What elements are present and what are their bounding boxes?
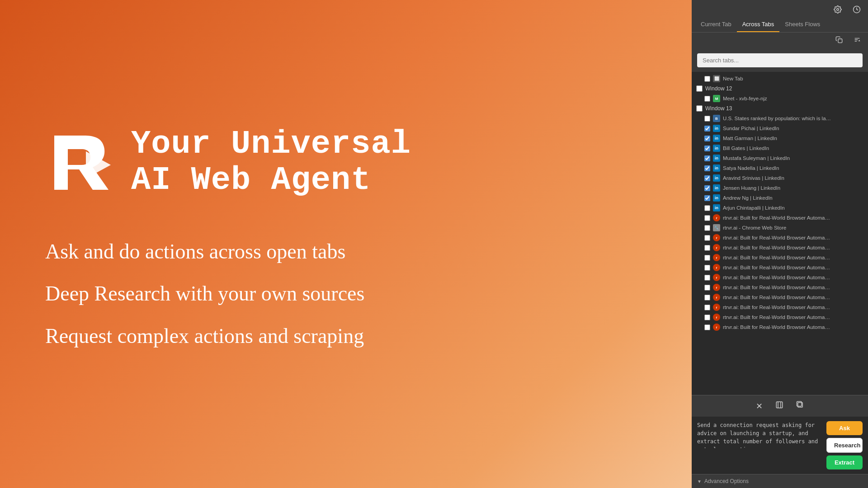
logo-title-row: Your Universal AI Web Agent — [45, 127, 646, 199]
tab-title: rtrvr.ai: Built for Real-World Browser A… — [723, 305, 831, 310]
list-item[interactable]: 🔧 rtrvr.ai - Chrome Web Store — [692, 223, 868, 233]
list-item[interactable]: M Meet - xvb-feye-njz — [692, 94, 868, 103]
tab-title: Andrew Ng | LinkedIn — [723, 195, 773, 201]
tab-title: Aravind Srinivas | LinkedIn — [723, 175, 784, 181]
tab-checkbox[interactable] — [704, 265, 710, 271]
list-item[interactable]: in Mustafa Suleyman | LinkedIn — [692, 153, 868, 163]
tab-checkbox[interactable] — [704, 205, 710, 211]
copy-icon[interactable] — [834, 34, 844, 45]
tab-checkbox[interactable] — [704, 235, 710, 241]
tab-checkbox[interactable] — [704, 175, 710, 181]
tab-across[interactable]: Across Tabs — [737, 17, 780, 32]
tab-title: Jensen Huang | LinkedIn — [723, 185, 780, 191]
feature-list: Ask and do actions across open tabs Deep… — [45, 235, 646, 362]
list-item[interactable]: in Arjun Chintapalli | LinkedIn — [692, 203, 868, 213]
list-item[interactable]: in Andrew Ng | LinkedIn — [692, 193, 868, 203]
tab-checkbox[interactable] — [704, 245, 710, 251]
expand-icon[interactable] — [774, 399, 785, 413]
tab-favicon: r — [713, 214, 720, 221]
tab-current[interactable]: Current Tab — [695, 17, 737, 32]
tab-title: rtrvr.ai: Built for Real-World Browser A… — [723, 314, 831, 320]
research-button[interactable]: Research — [826, 438, 863, 453]
tab-title: Satya Nadella | LinkedIn — [723, 165, 779, 171]
list-item[interactable]: in Satya Nadella | LinkedIn — [692, 163, 868, 173]
tab-title: rtrvr.ai: Built for Real-World Browser A… — [723, 255, 831, 260]
extract-button[interactable]: Extract — [826, 455, 863, 469]
tab-title: Meet - xvb-feye-njz — [723, 96, 767, 101]
tab-favicon: M — [713, 95, 720, 102]
tab-favicon: in — [713, 164, 720, 172]
list-item[interactable]: r rtrvr.ai: Built for Real-World Browser… — [692, 243, 868, 253]
input-area: Send a connection request asking for adv… — [692, 417, 868, 474]
header-icons-row2 — [692, 33, 868, 49]
tab-title: rtrvr.ai: Built for Real-World Browser A… — [723, 235, 831, 240]
tab-checkbox[interactable] — [704, 126, 710, 131]
list-item[interactable]: r rtrvr.ai: Built for Real-World Browser… — [692, 253, 868, 263]
tab-title: rtrvr.ai: Built for Real-World Browser A… — [723, 245, 831, 250]
tab-sheets[interactable]: Sheets Flows — [779, 17, 826, 32]
history-icon[interactable] — [851, 4, 863, 15]
tab-favicon: in — [713, 135, 720, 142]
tab-favicon: r — [713, 254, 720, 261]
ask-button[interactable]: Ask — [826, 421, 863, 435]
formula-icon[interactable] — [852, 34, 863, 45]
search-input[interactable] — [697, 53, 863, 67]
tab-checkbox[interactable] — [704, 165, 710, 171]
list-item[interactable]: in Matt Garman | LinkedIn — [692, 133, 868, 143]
tab-favicon: r — [713, 274, 720, 281]
tab-checkbox[interactable] — [704, 96, 710, 102]
feature-1: Ask and do actions across open tabs — [45, 235, 646, 268]
tab-checkbox[interactable] — [704, 215, 710, 221]
tab-checkbox[interactable] — [704, 305, 710, 310]
tab-favicon: r — [713, 314, 720, 321]
tab-checkbox[interactable] — [704, 145, 710, 151]
tab-checkbox[interactable] — [704, 324, 710, 330]
left-panel: Your Universal AI Web Agent Ask and do a… — [0, 0, 692, 488]
tab-favicon: ⬜ — [713, 75, 720, 82]
window-checkbox[interactable] — [696, 105, 703, 112]
tab-checkbox[interactable] — [704, 155, 710, 161]
window-checkbox[interactable] — [696, 85, 703, 92]
tab-checkbox[interactable] — [704, 116, 710, 122]
list-item[interactable]: r rtrvr.ai: Built for Real-World Browser… — [692, 272, 868, 282]
settings-icon[interactable] — [832, 4, 844, 15]
tab-favicon: r — [713, 324, 720, 331]
list-item[interactable]: in Sundar Pichai | LinkedIn — [692, 123, 868, 133]
list-item[interactable]: B U.S. States ranked by population: whic… — [692, 113, 868, 123]
tab-checkbox[interactable] — [704, 255, 710, 261]
list-item[interactable]: r rtrvr.ai: Built for Real-World Browser… — [692, 312, 868, 322]
tab-checkbox[interactable] — [704, 225, 710, 231]
tab-checkbox[interactable] — [704, 275, 710, 281]
tab-title: New Tab — [723, 76, 743, 81]
app-title: Your Universal AI Web Agent — [131, 127, 411, 198]
list-item[interactable]: r rtrvr.ai: Built for Real-World Browser… — [692, 282, 868, 292]
tab-checkbox[interactable] — [704, 295, 710, 300]
tab-checkbox[interactable] — [704, 285, 710, 291]
list-item[interactable]: r rtrvr.ai: Built for Real-World Browser… — [692, 213, 868, 223]
list-item[interactable]: in Aravind Srinivas | LinkedIn — [692, 173, 868, 183]
tab-checkbox[interactable] — [704, 76, 710, 82]
tab-checkbox[interactable] — [704, 185, 710, 191]
close-icon[interactable]: ✕ — [754, 399, 764, 413]
feature-3: Request complex actions and scraping — [45, 319, 646, 353]
prompt-textarea[interactable]: Send a connection request asking for adv… — [697, 421, 823, 448]
tab-checkbox[interactable] — [704, 195, 710, 201]
list-item[interactable]: r rtrvr.ai: Built for Real-World Browser… — [692, 233, 868, 243]
window-label: Window 12 — [705, 85, 732, 92]
tab-favicon: r — [713, 264, 720, 271]
list-item[interactable]: r rtrvr.ai: Built for Real-World Browser… — [692, 263, 868, 272]
tab-checkbox[interactable] — [704, 136, 710, 141]
tab-list: ⬜ New Tab Window 12 M Meet - xvb-feye-nj… — [692, 72, 868, 395]
tab-title: rtrvr.ai - Chrome Web Store — [723, 225, 786, 230]
tab-title: rtrvr.ai: Built for Real-World Browser A… — [723, 265, 831, 270]
list-item[interactable]: ⬜ New Tab — [692, 74, 868, 84]
duplicate-icon[interactable] — [794, 399, 806, 413]
list-item[interactable]: in Jensen Huang | LinkedIn — [692, 183, 868, 193]
list-item[interactable]: r rtrvr.ai: Built for Real-World Browser… — [692, 292, 868, 302]
tab-checkbox[interactable] — [704, 314, 710, 320]
advanced-options[interactable]: ▼ Advanced Options — [692, 474, 868, 488]
list-item[interactable]: in Bill Gates | LinkedIn — [692, 143, 868, 153]
list-item[interactable]: r rtrvr.ai: Built for Real-World Browser… — [692, 302, 868, 312]
tab-favicon: in — [713, 184, 720, 192]
list-item[interactable]: r rtrvr.ai: Built for Real-World Browser… — [692, 322, 868, 332]
